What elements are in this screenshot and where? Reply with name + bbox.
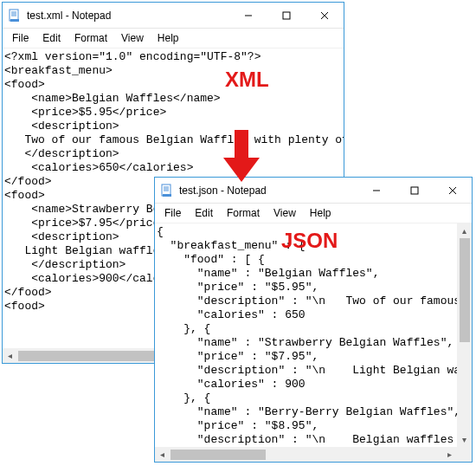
minimize-button[interactable] (229, 3, 267, 28)
menu-format[interactable]: Format (221, 205, 266, 221)
menu-edit[interactable]: Edit (189, 205, 219, 221)
menu-view[interactable]: View (267, 205, 302, 221)
notepad-window-json: test.json - Notepad File Edit Format Vie… (154, 177, 473, 463)
window-controls (357, 178, 472, 203)
svg-rect-15 (411, 187, 418, 194)
menubar: File Edit Format View Help (3, 29, 344, 49)
scroll-thumb[interactable] (170, 450, 266, 460)
scroll-thumb[interactable] (18, 351, 174, 361)
svg-rect-10 (163, 194, 171, 197)
menu-format[interactable]: Format (68, 30, 113, 46)
menu-edit[interactable]: Edit (36, 30, 67, 46)
vertical-scrollbar[interactable]: ▴ ▾ (457, 223, 472, 447)
editor-content[interactable]: { "breakfast_menu" : { "food" : [ { "nam… (155, 223, 472, 462)
menu-help[interactable]: Help (151, 30, 185, 46)
svg-rect-1 (10, 19, 19, 22)
close-button[interactable] (434, 178, 472, 203)
svg-rect-6 (283, 12, 290, 19)
menu-file[interactable]: File (158, 205, 187, 221)
minimize-button[interactable] (357, 178, 396, 203)
menubar: File Edit Format View Help (155, 204, 472, 223)
json-text[interactable]: { "breakfast_menu" : { "food" : [ { "nam… (155, 223, 472, 462)
titlebar[interactable]: test.xml - Notepad (3, 3, 344, 29)
maximize-button[interactable] (396, 178, 434, 203)
menu-file[interactable]: File (6, 30, 35, 46)
scroll-left-icon[interactable]: ◂ (3, 348, 17, 363)
titlebar[interactable]: test.json - Notepad (155, 178, 472, 204)
maximize-button[interactable] (267, 3, 306, 28)
scroll-left-icon[interactable]: ◂ (155, 447, 170, 462)
scroll-corner (457, 447, 472, 462)
notepad-icon (8, 9, 22, 23)
horizontal-scrollbar[interactable]: ◂ ▸ (155, 447, 457, 462)
scroll-thumb[interactable] (460, 238, 470, 342)
window-title: test.json - Notepad (179, 184, 357, 197)
window-title: test.xml - Notepad (27, 10, 229, 22)
menu-view[interactable]: View (115, 30, 150, 46)
close-button[interactable] (306, 3, 344, 28)
scroll-down-icon[interactable]: ▾ (457, 432, 472, 447)
notepad-icon (160, 184, 174, 197)
menu-help[interactable]: Help (304, 205, 338, 221)
scroll-up-icon[interactable]: ▴ (457, 223, 472, 238)
window-controls (229, 3, 344, 28)
scroll-right-icon[interactable]: ▸ (442, 447, 457, 462)
